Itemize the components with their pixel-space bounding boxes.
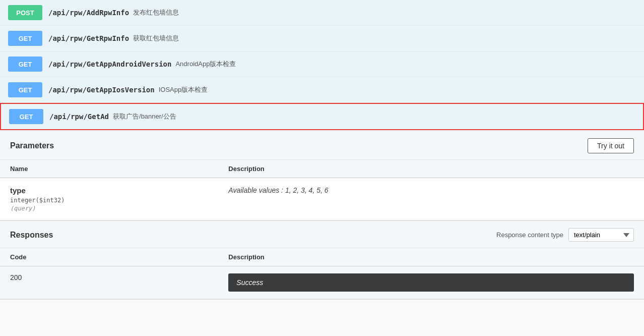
method-badge-get-3: GET	[8, 82, 42, 97]
responses-title: Responses	[10, 231, 53, 240]
api-desc-getrpwinfo: 获取红包墙信息	[133, 34, 179, 43]
response-content-type-label: Response content type	[496, 231, 563, 239]
param-type-type: integer($int32)	[10, 197, 228, 204]
col-header-description: Description	[228, 165, 634, 173]
response-code-200: 200	[10, 273, 228, 282]
col-header-code: Code	[10, 253, 228, 261]
method-badge-get-4: GET	[9, 109, 43, 124]
api-row-get-getad[interactable]: GET /api/rpw/GetAd 获取广告/banner/公告	[0, 103, 644, 130]
response-content-type-select[interactable]: text/plain application/json	[568, 228, 634, 242]
method-badge-post: POST	[8, 5, 42, 20]
api-path-iosversion: /api/rpw/GetAppIosVersion	[48, 86, 155, 94]
param-name-type: type	[10, 186, 228, 195]
api-desc-iosversion: IOSApp版本检查	[159, 85, 208, 94]
params-table-header: Name Description	[0, 160, 644, 178]
api-row-get-androidversion[interactable]: GET /api/rpw/GetAppAndroidVersion Androi…	[0, 51, 644, 77]
responses-header: Responses Response content type text/pla…	[0, 220, 644, 248]
api-path-addkpwinfo: /api/rpw/AddRpwInfo	[48, 9, 129, 17]
api-row-get-getrpwinfo[interactable]: GET /api/rpw/GetRpwInfo 获取红包墙信息	[0, 26, 644, 51]
api-list: POST /api/rpw/AddRpwInfo 发布红包墙信息 GET /ap…	[0, 0, 644, 300]
param-name-col-type: type integer($int32) (query)	[10, 186, 228, 212]
try-it-out-button[interactable]: Try it out	[588, 138, 634, 153]
api-path-getad: /api/rpw/GetAd	[49, 113, 109, 121]
method-badge-get-1: GET	[8, 31, 42, 46]
api-path-androidversion: /api/rpw/GetAppAndroidVersion	[48, 60, 171, 68]
params-title: Parameters	[10, 141, 54, 150]
method-badge-get-2: GET	[8, 57, 42, 72]
responses-codes-header: Code Description	[0, 248, 644, 266]
param-location-type: (query)	[10, 205, 228, 212]
params-header: Parameters Try it out	[0, 130, 644, 160]
api-row-get-iosversion[interactable]: GET /api/rpw/GetAppIosVersion IOSApp版本检查	[0, 77, 644, 103]
expanded-panel: Parameters Try it out Name Description t…	[0, 130, 644, 300]
api-desc-addkpwinfo: 发布红包墙信息	[133, 8, 179, 17]
param-row-type: type integer($int32) (query) Available v…	[0, 178, 644, 220]
api-row-post-addkpwinfo[interactable]: POST /api/rpw/AddRpwInfo 发布红包墙信息	[0, 0, 644, 26]
response-desc-box-200: Success	[228, 273, 634, 292]
api-path-getrpwinfo: /api/rpw/GetRpwInfo	[48, 34, 129, 42]
api-desc-androidversion: AndroidApp版本检查	[175, 60, 236, 69]
param-desc-type: Available values : 1, 2, 3, 4, 5, 6	[228, 186, 634, 194]
col-header-name: Name	[10, 165, 228, 173]
col-header-desc: Description	[228, 253, 634, 261]
response-desc-200: Success	[228, 273, 634, 292]
response-content-type-wrapper: Response content type text/plain applica…	[496, 228, 634, 242]
response-row-200: 200 Success	[0, 266, 644, 299]
api-desc-getad: 获取广告/banner/公告	[113, 112, 176, 121]
